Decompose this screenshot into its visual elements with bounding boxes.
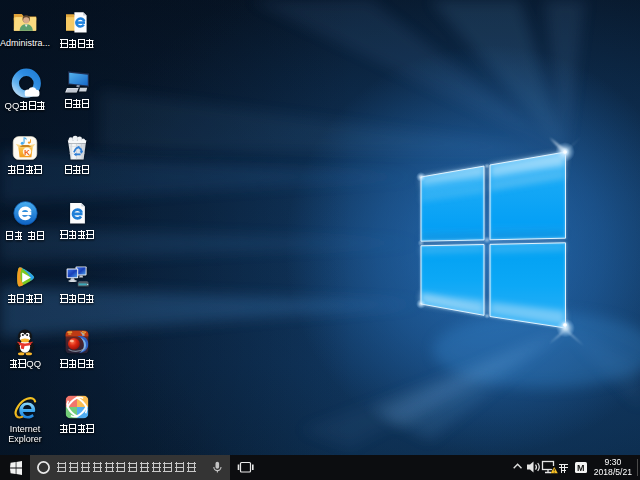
svg-text:K: K <box>24 148 30 157</box>
